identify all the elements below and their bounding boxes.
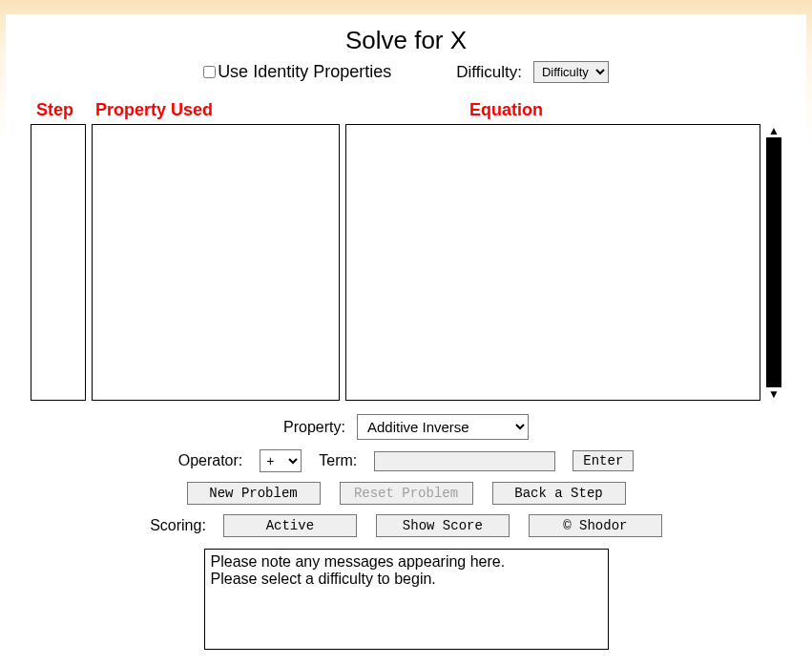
col-step: Step (31, 100, 86, 120)
scoring-row: Scoring: Active Show Score © Shodor (25, 514, 787, 537)
equation-box (345, 124, 760, 401)
show-score-button[interactable]: Show Score (376, 514, 510, 537)
active-button[interactable]: Active (223, 514, 357, 537)
difficulty-label: Difficulty: (456, 63, 522, 82)
identity-option[interactable]: Use Identity Properties (203, 62, 391, 82)
back-step-button[interactable]: Back a Step (492, 482, 626, 505)
scroll-down-icon[interactable]: ▼ (766, 387, 781, 401)
col-equation: Equation (349, 100, 543, 120)
operator-label: Operator: (178, 452, 243, 469)
scroll-track[interactable] (766, 137, 781, 387)
scrollbar[interactable]: ▲ ▼ (766, 124, 781, 401)
shodor-button[interactable]: © Shodor (529, 514, 662, 537)
difficulty-select[interactable]: Difficulty (533, 61, 609, 83)
term-input[interactable] (374, 451, 555, 471)
identity-checkbox[interactable] (203, 66, 216, 78)
page-title: Solve for X (25, 26, 787, 55)
operator-term-row: Operator: + Term: Enter (25, 449, 787, 472)
property-box (92, 124, 340, 401)
difficulty-group: Difficulty: Difficulty (456, 61, 609, 83)
scroll-up-icon[interactable]: ▲ (766, 124, 781, 137)
operator-select[interactable]: + (260, 449, 302, 472)
property-select[interactable]: Additive Inverse (357, 414, 529, 440)
term-label: Term: (319, 452, 357, 469)
col-property: Property Used (95, 100, 340, 120)
step-box (31, 124, 86, 401)
enter-button[interactable]: Enter (573, 450, 634, 471)
property-label: Property: (283, 419, 345, 436)
work-area: ▲ ▼ (25, 124, 787, 401)
new-problem-button[interactable]: New Problem (187, 482, 321, 505)
column-headers: Step Property Used Equation (25, 100, 787, 120)
scoring-label: Scoring: (150, 517, 206, 534)
top-options: Use Identity Properties Difficulty: Diff… (25, 61, 787, 83)
problem-buttons: New Problem Reset Problem Back a Step (25, 482, 787, 505)
reset-problem-button[interactable]: Reset Problem (340, 482, 473, 505)
message-box (204, 549, 609, 650)
property-row: Property: Additive Inverse (25, 414, 787, 440)
identity-label: Use Identity Properties (218, 62, 391, 82)
